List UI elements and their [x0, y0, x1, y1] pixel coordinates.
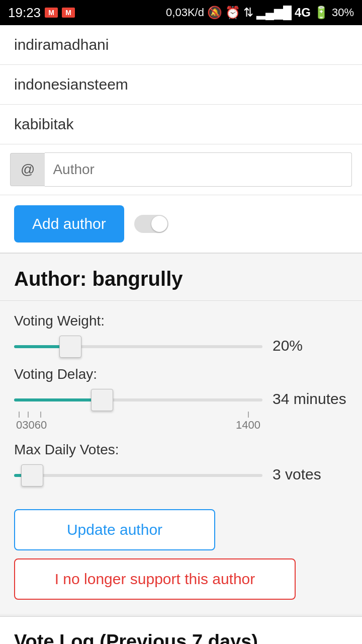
voting-delay-section: Voting Delay: 34 minutes 0 30 — [14, 366, 348, 432]
gmail-icon-2: M — [62, 8, 75, 18]
main-card: indiramadhani indonesiansteem kabibitak … — [0, 25, 362, 614]
gmail-icon-1: M — [45, 8, 58, 18]
network-type: 4G — [295, 6, 311, 20]
voting-weight-value: 20% — [273, 337, 348, 354]
remove-author-button[interactable]: I no longer support this author — [14, 558, 296, 600]
add-author-button[interactable]: Add author — [14, 205, 124, 243]
at-symbol: @ — [10, 153, 45, 186]
tick-label-1400: 1400 — [236, 419, 260, 432]
max-daily-votes-slider[interactable] — [14, 474, 262, 477]
no-notification-icon: 🔕 — [207, 6, 222, 20]
tick-line-1400 — [248, 412, 249, 418]
alarm-icon: ⏰ — [225, 6, 240, 20]
vote-log-section: Vote Log (Previous 7 days) — [0, 616, 362, 644]
voting-weight-slider-row: 20% — [14, 337, 348, 354]
action-buttons-section: Update author I no longer support this a… — [0, 499, 362, 614]
network-speed: 0,03K/d — [166, 6, 204, 19]
max-daily-votes-label: Max Daily Votes: — [14, 442, 348, 458]
time: 19:23 — [8, 5, 41, 21]
add-author-row: Add author — [0, 195, 362, 254]
voting-delay-slider-container — [14, 394, 262, 404]
tick-label-60: 60 — [35, 419, 47, 432]
author-input-row: @ — [0, 144, 362, 195]
author-list-item-2[interactable]: indonesiansteem — [0, 65, 362, 105]
max-daily-votes-slider-container — [14, 470, 262, 479]
voting-delay-value: 34 minutes — [273, 390, 348, 408]
tick-marks-row: 0 30 60 1400 — [14, 412, 262, 432]
battery-icon: 🔋 — [314, 6, 329, 20]
tick-line-30 — [28, 412, 29, 418]
max-daily-votes-slider-row: 3 votes — [14, 466, 348, 483]
voting-weight-label: Voting Weight: — [14, 313, 348, 329]
add-author-toggle[interactable] — [134, 215, 168, 233]
author-list-item-1[interactable]: indiramadhani — [0, 25, 362, 65]
data-transfer-icon: ⇅ — [243, 6, 253, 20]
tick-label-0: 0 — [16, 419, 22, 432]
signal-bars-icon: ▂▄▆█ — [256, 6, 292, 20]
voting-weight-slider-container — [14, 341, 262, 350]
tick-label-30: 30 — [22, 419, 34, 432]
tick-line-0 — [19, 412, 20, 418]
status-right: 0,03K/d 🔕 ⏰ ⇅ ▂▄▆█ 4G 🔋 30% — [166, 6, 354, 20]
voting-delay-slider[interactable] — [14, 398, 262, 401]
tick-line-60 — [40, 412, 41, 418]
max-daily-votes-section: Max Daily Votes: 3 votes — [14, 442, 348, 483]
status-left: 19:23 M M — [8, 5, 75, 21]
author-heading-text: Author: bangrully — [14, 268, 183, 290]
author-heading-section: Author: bangrully — [0, 254, 362, 301]
update-author-button[interactable]: Update author — [14, 509, 215, 550]
voting-weight-slider[interactable] — [14, 345, 262, 348]
voting-delay-label: Voting Delay: — [14, 366, 348, 382]
battery-percent: 30% — [332, 6, 354, 19]
status-bar: 19:23 M M 0,03K/d 🔕 ⏰ ⇅ ▂▄▆█ 4G 🔋 30% — [0, 0, 362, 25]
voting-delay-slider-row: 34 minutes — [14, 390, 348, 408]
settings-section: Voting Weight: 20% Voting Delay: 34 minu… — [0, 301, 362, 499]
max-daily-votes-value: 3 votes — [273, 466, 348, 483]
author-list-item-3[interactable]: kabibitak — [0, 105, 362, 144]
voting-weight-section: Voting Weight: 20% — [14, 313, 348, 354]
vote-log-title: Vote Log (Previous 7 days) — [14, 631, 258, 644]
author-input[interactable] — [45, 152, 352, 187]
